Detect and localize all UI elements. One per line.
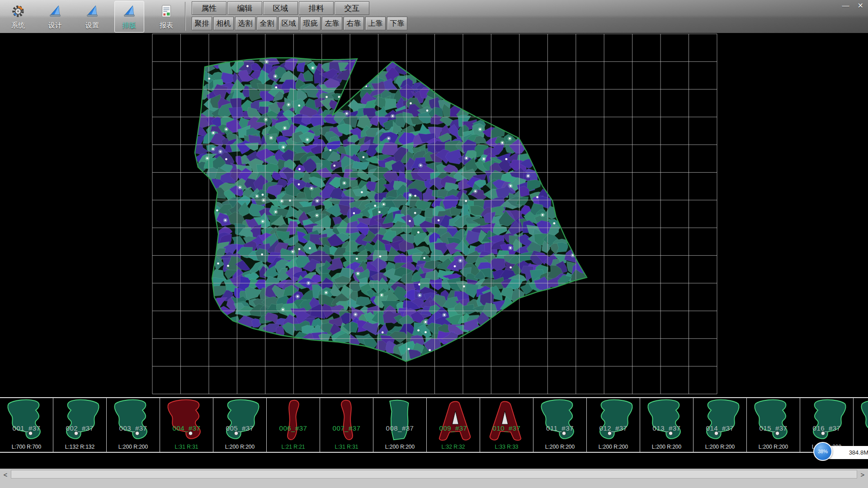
piece-filmstrip: 001_#37L:700 R:700002_#37L:132 R:132003_… [0, 397, 868, 453]
filmstrip-cell[interactable]: 010_#37L:33 R:33 [480, 398, 533, 452]
piece-thumbnail [374, 399, 426, 444]
piece-id-label: 013_#37 [640, 424, 693, 432]
filmstrip-cell[interactable]: 004_#37L:31 R:31 [160, 398, 213, 452]
nesting-sail-icon [122, 4, 137, 20]
app-button-report[interactable]: 报表 [151, 1, 181, 33]
piece-thumbnail [534, 399, 586, 444]
piece-id-label: 016_#37 [800, 424, 853, 432]
minimize-icon[interactable]: — [842, 2, 849, 9]
piece-id-label: 005_#37 [213, 424, 266, 432]
tool-button-camera[interactable]: 相机 [213, 17, 234, 30]
filmstrip-cell[interactable]: 011_#37L:200 R:200 [533, 398, 587, 452]
tool-button-row: 聚排相机选割全割区域瑕疵左靠右靠上靠下靠 [192, 17, 407, 30]
piece-count-label: L:200 R:200 [747, 444, 800, 450]
piece-count-label: L:31 R:31 [320, 444, 373, 450]
piece-id-label: 003_#37 [107, 424, 160, 432]
tool-button-cluster-nest[interactable]: 聚排 [192, 17, 212, 30]
menu-tab-region[interactable]: 区域 [263, 1, 298, 15]
piece-count-label: L:132 R:132 [53, 444, 106, 450]
piece-count-label: L:32 R:32 [427, 444, 480, 450]
close-icon[interactable]: ✕ [858, 2, 863, 9]
app-button-design[interactable]: 设计 [40, 1, 70, 33]
canvas-grid [152, 34, 717, 394]
piece-count-label: L:200 R:200 [533, 444, 586, 450]
menu-tab-properties[interactable]: 属性 [192, 1, 226, 15]
filmstrip-cell[interactable]: 009_#37L:32 R:32 [427, 398, 480, 452]
menu-tab-row: 属性编辑区域排料交互 [192, 1, 369, 15]
piece-id-label: 001_#37 [0, 424, 53, 432]
filmstrip-cell[interactable]: 007_#37L:31 R:31 [320, 398, 373, 452]
piece-thumbnail [1, 399, 52, 444]
menu-tab-interact[interactable]: 交互 [335, 1, 369, 15]
app-button-label: 报表 [160, 21, 173, 30]
scroll-right-icon[interactable]: > [858, 470, 867, 479]
piece-thumbnail [108, 399, 159, 444]
piece-thumbnail [801, 399, 853, 444]
design-sail-icon [48, 4, 62, 20]
tool-button-select-cut[interactable]: 选割 [235, 17, 255, 30]
settings-sail-icon [85, 4, 99, 20]
piece-thumbnail [161, 399, 212, 444]
filmstrip-cell[interactable]: 008_#37L:200 R:200 [373, 398, 427, 452]
scrollbar-thumb[interactable] [11, 470, 857, 479]
piece-thumbnail [268, 399, 319, 444]
piece-thumbnail [481, 399, 533, 444]
piece-id-label: 009_#37 [427, 424, 480, 432]
filmstrip-cell[interactable]: 006_#37L:21 R:21 [267, 398, 320, 452]
tool-button-snap-top[interactable]: 上靠 [365, 17, 386, 30]
tool-button-snap-right[interactable]: 右靠 [344, 17, 364, 30]
app-button-label: 设置 [85, 21, 99, 30]
piece-id-label: 012_#37 [587, 424, 640, 432]
filmstrip-cell[interactable]: 001_#37L:700 R:700 [0, 398, 53, 452]
piece-count-label: L:21 R:21 [267, 444, 320, 450]
app-button-system[interactable]: 系统 [3, 1, 33, 33]
tool-button-cut-all[interactable]: 全割 [257, 17, 277, 30]
toolbar-divider [185, 2, 186, 31]
piece-thumbnail [588, 399, 639, 444]
piece-id-label: 014_#37 [693, 424, 746, 432]
piece-id-label: 015_#37 [747, 424, 800, 432]
piece-thumbnail [641, 399, 693, 444]
piece-thumbnail [428, 399, 479, 444]
filmstrip-cell[interactable]: 012_#37L:200 R:200 [587, 398, 640, 452]
app-button-label: 排版 [123, 21, 136, 30]
menu-tab-nest[interactable]: 排料 [299, 1, 334, 15]
piece-thumbnail [214, 399, 266, 444]
app-button-nesting[interactable]: 排版 [114, 1, 144, 33]
gear-icon [11, 4, 25, 20]
piece-count-label: L:200 R:200 [693, 444, 746, 450]
piece-thumbnail [694, 399, 746, 444]
filmstrip-cell[interactable]: 013_#37L:200 R:200 [640, 398, 693, 452]
app-button-settings[interactable]: 设置 [77, 1, 107, 33]
piece-id-label: 007_#37 [320, 424, 373, 432]
report-document-icon [159, 4, 174, 20]
app-button-bar: 系统 设计 [3, 1, 181, 33]
piece-thumbnail [854, 399, 868, 444]
piece-count-label: L:200 R:200 [373, 444, 426, 450]
piece-count-label: L:200 R:200 [107, 444, 160, 450]
piece-id-label: 004_#37 [160, 424, 213, 432]
tool-button-snap-bottom[interactable]: 下靠 [387, 17, 407, 30]
piece-count-label: L:200 R:200 [213, 444, 266, 450]
progress-circle: 38% [813, 442, 832, 461]
piece-count-label: L:200 R:200 [640, 444, 693, 450]
scroll-left-icon[interactable]: < [1, 470, 10, 479]
tool-button-zone[interactable]: 区域 [278, 17, 299, 30]
progress-badge: 384.8M 38% [813, 442, 867, 463]
horizontal-scrollbar[interactable]: < > [0, 469, 868, 488]
app-button-label: 设计 [48, 21, 62, 30]
filmstrip-cell[interactable]: 014_#37L:200 R:200 [693, 398, 747, 452]
filmstrip-cell[interactable]: 015_#37L:200 R:200 [747, 398, 800, 452]
filmstrip-cell[interactable]: 003_#37L:200 R:200 [107, 398, 160, 452]
piece-count-label: L:700 R:700 [0, 444, 53, 450]
piece-id-label: 010_#37 [480, 424, 533, 432]
piece-count-label: L:31 R:31 [160, 444, 213, 450]
menu-tab-edit[interactable]: 编辑 [227, 1, 262, 15]
filmstrip-cell[interactable]: 002_#37L:132 R:132 [53, 398, 107, 452]
tool-button-snap-left[interactable]: 左靠 [322, 17, 342, 30]
piece-id-label: 011_#37 [533, 424, 586, 432]
tool-button-defect[interactable]: 瑕疵 [300, 17, 321, 30]
piece-id-label: 008_#37 [373, 424, 426, 432]
filmstrip-cell[interactable]: 005_#37L:200 R:200 [213, 398, 267, 452]
piece-count-label: L:33 R:33 [480, 444, 533, 450]
